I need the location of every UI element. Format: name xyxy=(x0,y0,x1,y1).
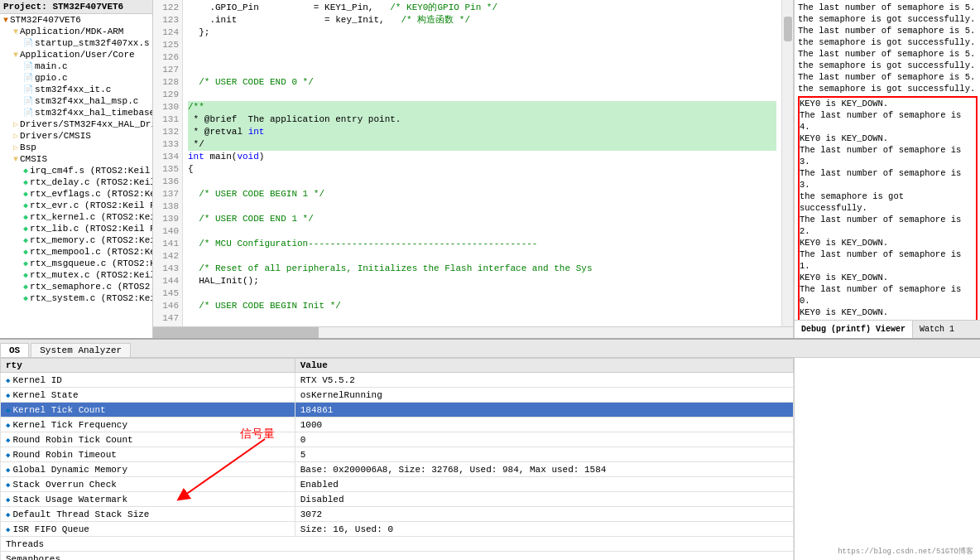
tree-item-rtx-semaphore[interactable]: ◆rtx_semaphore.c (RTOS2:Keil RT xyxy=(0,281,152,292)
code-line: /* USER CODE BEGIN 1 */ xyxy=(188,188,776,200)
property-row[interactable]: ◆Kernel Tick Frequency1000 xyxy=(1,418,794,432)
property-label: ◆Global Dynamic Memory xyxy=(1,462,295,477)
property-row[interactable]: ◆Kernel IDRTX V5.5.2 xyxy=(1,373,794,388)
tree-item-drivers-cmsis[interactable]: ▷Drivers/CMSIS xyxy=(0,130,152,142)
property-row[interactable]: ◆ISR FIFO QueueSize: 16, Used: 0 xyxy=(1,522,794,537)
line-number: 137 xyxy=(156,188,179,200)
tree-item-rtx-evr[interactable]: ◆rtx_evr.c (RTOS2:Keil RTX5) xyxy=(0,200,152,211)
green-dot-icon: ◆ xyxy=(23,282,28,292)
line-number: 139 xyxy=(156,213,179,225)
console-highlighted-line: KEY0 is KEY_DOWN. xyxy=(800,237,976,249)
debug-panel-empty xyxy=(798,360,977,376)
green-dot-icon: ◆ xyxy=(23,224,28,234)
tree-item-stm32f4xx-hal-timebase[interactable]: 📄stm32f4xx_hal_timebase_tim.c xyxy=(0,107,152,118)
horizontal-scrollbar[interactable] xyxy=(153,326,793,338)
tree-item-rtx-mutex[interactable]: ◆rtx_mutex.c (RTOS2:Keil RTX5) xyxy=(0,269,152,281)
bottom-tabs[interactable]: OS System Analyzer xyxy=(0,340,980,358)
tree-item-drivers-stm32[interactable]: ▷Drivers/STM32F4xx_HAL_Driver xyxy=(0,118,152,130)
tree-item-rtx-delay[interactable]: ◆rtx_delay.c (RTOS2:Keil RTX5) xyxy=(0,176,152,188)
line-number: 123 xyxy=(156,14,179,27)
property-row[interactable]: ◆Round Robin Tick Count0 xyxy=(1,432,794,447)
console-line: the semaphore is got successfully. xyxy=(798,83,978,94)
section-semaphores: Semaphores xyxy=(1,552,794,561)
property-row[interactable]: ◆Stack Usage WatermarkDisabled xyxy=(1,492,794,507)
tree-item-bsp[interactable]: ▷Bsp xyxy=(0,142,152,153)
console-line: The last number of semaphore is 5. xyxy=(798,48,978,60)
property-row[interactable]: ◆Default Thread Stack Size3072 xyxy=(1,507,794,522)
scrollbar-thumb[interactable] xyxy=(784,17,792,41)
line-number: 144 xyxy=(156,275,179,287)
file-icon: 📄 xyxy=(23,61,33,71)
file-icon: 📄 xyxy=(23,73,33,83)
property-row[interactable]: ◆Stack Overrun CheckEnabled xyxy=(1,477,794,492)
properties-table[interactable]: rty Value ◆Kernel IDRTX V5.5.2◆Kernel St… xyxy=(0,358,794,560)
code-line: /* MCU Configuration--------------------… xyxy=(188,238,776,250)
blue-dot-icon: ◆ xyxy=(6,407,10,415)
tree-item-rtx-system[interactable]: ◆rtx_system.c (RTOS2:Keil RTX5) xyxy=(0,292,152,304)
property-row[interactable]: ◆Kernel StateosKernelRunning xyxy=(1,388,794,403)
blue-dot-icon: ◆ xyxy=(6,526,10,534)
tree-item-main-c[interactable]: 📄main.c xyxy=(0,60,152,72)
project-tree[interactable]: Project: STM32F407VET6 ▼STM32F407VET6▼Ap… xyxy=(0,0,153,338)
line-number: 130 xyxy=(156,101,179,113)
tree-item-label: Application/User/Core xyxy=(20,50,135,60)
tree-item-project-root[interactable]: ▼STM32F407VET6 xyxy=(0,14,152,26)
tab-watch1[interactable]: Watch 1 xyxy=(913,321,961,338)
folder-icon: ▷ xyxy=(13,131,18,141)
tree-item-rtx-memory[interactable]: ◆rtx_memory.c (RTOS2:Keil RTX5) xyxy=(0,234,152,246)
code-content[interactable]: .GPIO_Pin = KEY1_Pin, /* KEY0的GPIO Pin *… xyxy=(183,0,781,326)
project-icon: ▼ xyxy=(3,16,8,25)
console-highlighted-line: KEY0 is KEY_DOWN. xyxy=(800,133,976,144)
tree-item-app-core[interactable]: ▼Application/User/Core xyxy=(0,49,152,60)
tree-item-stm32f4xx-it[interactable]: 📄stm32f4xx_it.c xyxy=(0,84,152,95)
console-highlighted-line: the semaphore is got successfully. xyxy=(800,191,976,214)
tree-item-stm32f4xx-hal-msp[interactable]: 📄stm32f4xx_hal_msp.c xyxy=(0,95,152,107)
tree-item-rtx-msgqueue[interactable]: ◆rtx_msgqueue.c (RTOS2:Keil RT xyxy=(0,258,152,269)
tree-item-label: stm32f4xx_hal_timebase_tim.c xyxy=(35,108,153,118)
tab-system-analyzer[interactable]: System Analyzer xyxy=(31,343,131,357)
property-row[interactable]: ◆Kernel Tick Count184861 xyxy=(1,403,794,418)
tree-item-startup[interactable]: 📄startup_stm32f407xx.s xyxy=(0,37,152,49)
console-highlighted-line: The last number of semaphore is 0. xyxy=(800,283,976,307)
tree-item-irq-cm4f[interactable]: ◆irq_cm4f.s (RTOS2:Keil RTX5) xyxy=(0,165,152,176)
file-icon: 📄 xyxy=(23,38,33,48)
folder-icon: ▼ xyxy=(13,155,18,164)
blue-dot-icon: ◆ xyxy=(6,377,10,385)
blue-dot-icon: ◆ xyxy=(6,511,10,519)
property-value: osKernelRunning xyxy=(295,388,793,403)
line-number: 129 xyxy=(156,89,179,101)
property-label: ◆Kernel Tick Count xyxy=(1,403,295,418)
tree-item-rtx-evflags[interactable]: ◆rtx_evflags.c (RTOS2:Keil RTX5) xyxy=(0,188,152,200)
code-line: .init = key_Init, /* 构造函数 */ xyxy=(188,14,776,27)
vertical-scrollbar[interactable] xyxy=(781,0,793,326)
tree-item-cmsis[interactable]: ▼CMSIS xyxy=(0,153,152,165)
property-value: Enabled xyxy=(295,477,793,492)
tab-os[interactable]: OS xyxy=(0,343,29,357)
tree-item-rtx-kernel[interactable]: ◆rtx_kernel.c (RTOS2:Keil RTX5) xyxy=(0,211,152,223)
property-row[interactable]: ◆Global Dynamic MemoryBase: 0x200006A8, … xyxy=(1,462,794,477)
tree-item-gpio-c[interactable]: 📄gpio.c xyxy=(0,72,152,84)
tab-debug-printf[interactable]: Debug (printf) Viewer xyxy=(795,321,913,338)
debug-tabs[interactable]: Debug (printf) Viewer Watch 1 xyxy=(795,320,980,338)
property-value: Base: 0x200006A8, Size: 32768, Used: 984… xyxy=(295,462,793,477)
tree-item-rtx-mempool[interactable]: ◆rtx_mempool.c (RTOS2:Keil RT xyxy=(0,246,152,258)
code-line xyxy=(188,312,776,325)
tree-item-app-mdk[interactable]: ▼Application/MDK-ARM xyxy=(0,26,152,37)
blue-dot-icon: ◆ xyxy=(6,451,10,460)
console-highlighted-line: The last number of semaphore is 1. xyxy=(800,249,976,272)
tree-item-rtx-lib[interactable]: ◆rtx_lib.c (RTOS2:Keil RTX5) xyxy=(0,223,152,234)
code-line: { xyxy=(188,163,776,176)
line-number: 135 xyxy=(156,163,179,176)
console-line: the semaphore is got successfully. xyxy=(798,60,978,71)
green-dot-icon: ◆ xyxy=(23,293,28,303)
code-editor[interactable]: 1221231241251261271281291301311321331341… xyxy=(153,0,794,338)
blue-dot-icon: ◆ xyxy=(6,392,10,400)
green-dot-icon: ◆ xyxy=(23,235,28,245)
property-row[interactable]: ◆Round Robin Timeout5 xyxy=(1,447,794,462)
green-dot-icon: ◆ xyxy=(23,270,28,280)
tree-item-label: Drivers/STM32F4xx_HAL_Driver xyxy=(20,119,153,129)
property-label: ◆Stack Overrun Check xyxy=(1,477,295,492)
property-label: ◆Round Robin Tick Count xyxy=(1,432,295,447)
line-number: 134 xyxy=(156,151,179,163)
property-value: 5 xyxy=(295,447,793,462)
